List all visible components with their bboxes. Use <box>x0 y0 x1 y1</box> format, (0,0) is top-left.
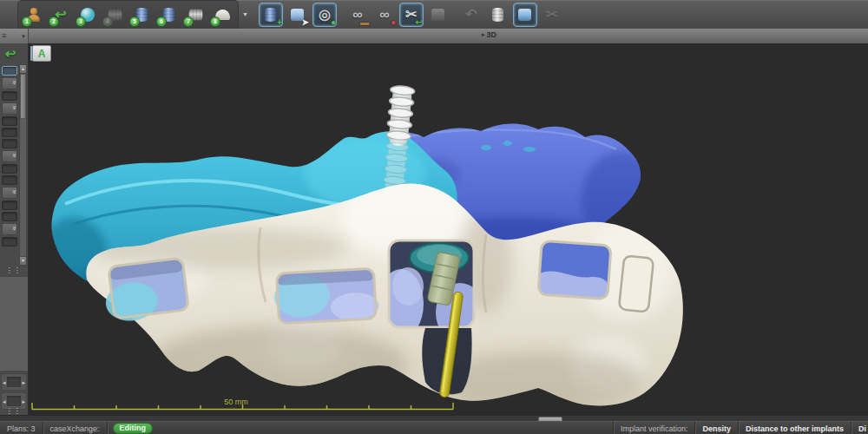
edit-tools-strip: ∞▬∞●✂↩ <box>345 3 450 27</box>
cut-surface-tool-icon[interactable]: ✂↩ <box>399 3 424 27</box>
chevron-collapse-icon: » <box>10 154 17 157</box>
3d-scene-canvas[interactable]: 50 mm <box>29 43 868 415</box>
status-left: Plans: 3caseXchange:Editing <box>0 422 158 434</box>
implant-tools-strip: +➤◎● <box>259 3 337 27</box>
spin-right-icon[interactable]: ▸ <box>22 398 25 404</box>
back-arrow-icon[interactable]: ↩ <box>1 45 20 62</box>
spinner-value-slot <box>7 377 22 387</box>
surface-scan-step-icon[interactable]: ↩2 <box>49 3 73 27</box>
block-out-tool-icon[interactable] <box>426 3 450 27</box>
sidebar-group-header[interactable]: » <box>2 223 17 235</box>
move-implant-tool-icon[interactable]: + <box>259 3 283 27</box>
sidebar-group-header[interactable]: » <box>2 150 17 162</box>
play-icon: ▸ <box>482 31 485 38</box>
scale-ruler: 50 mm <box>32 398 453 410</box>
scrollbar-thumb[interactable] <box>20 74 26 119</box>
viewport-title: ▸ 3D <box>482 30 496 39</box>
spin-right-icon[interactable]: ▸ <box>22 379 25 385</box>
distance-other-implants-button[interactable]: Distance to other implants <box>738 422 851 434</box>
main-toolbar: 1↩2345678 ▼ +➤◎● ∞▬∞●✂↩ ↶✂ <box>0 0 868 30</box>
sidebar-slot[interactable] <box>2 212 17 221</box>
implant-check-step-icon[interactable]: 6 <box>156 3 181 27</box>
drag-surface-tool-icon[interactable] <box>513 3 537 27</box>
chevron-collapse-icon: » <box>10 106 17 109</box>
implant-planning-step-icon[interactable]: 5 <box>129 3 154 27</box>
sidebar-slot[interactable] <box>2 237 17 247</box>
panel-splitter-grip[interactable]: ⋮⋮ <box>0 267 27 274</box>
sidebar-slot[interactable] <box>2 164 17 174</box>
implant-window <box>378 240 484 342</box>
select-surface-tool-icon[interactable]: ➤ <box>286 3 310 27</box>
scroll-up-button[interactable]: ▲ <box>20 65 26 74</box>
application-window: 1↩2345678 ▼ +➤◎● ∞▬∞●✂↩ ↶✂ ≡ ▼ ▸ 3D ↩ »»… <box>0 0 868 434</box>
sub-bar: ≡ ▼ ▸ 3D <box>0 29 868 43</box>
repair-surface-tool-icon[interactable]: ∞▬ <box>345 3 370 27</box>
sidebar-slot-selected[interactable] <box>2 66 17 76</box>
orientation-target-tool-icon[interactable]: ◎● <box>312 3 337 27</box>
left-sidebar: ↩ »»»»» ▲ ▼ ⋮⋮ ◂ ▸ ◂ ▸ ⋮⋮ <box>0 43 29 415</box>
patient-data-step-icon[interactable]: 1 <box>22 3 46 27</box>
chevron-down-icon[interactable]: ▼ <box>21 34 26 39</box>
casexchange-label: caseXchange: <box>43 422 107 434</box>
sidebar-slot[interactable] <box>2 91 17 101</box>
sidebar-panel-header: ≡ ▼ <box>0 29 29 43</box>
trim-tool-icon[interactable]: ✂ <box>540 3 564 27</box>
sidebar-slot[interactable] <box>2 116 17 126</box>
menu-icon[interactable]: ≡ <box>2 32 6 40</box>
sidebar-slot[interactable] <box>2 139 17 148</box>
workflow-toolbar: 1↩2345678 <box>17 0 239 30</box>
sidebar-spinner-row: ◂ ▸ <box>1 373 27 391</box>
inspect-surface-tool-icon[interactable]: ∞● <box>372 3 397 27</box>
density-button[interactable]: Density <box>694 422 738 434</box>
scale-label: 50 mm <box>224 398 248 406</box>
sidebar-group-header[interactable]: » <box>2 187 17 199</box>
registration-step-icon[interactable]: 4 <box>102 3 127 27</box>
undo-tool-icon[interactable]: ↶ <box>459 3 483 27</box>
casexchange-status-badge[interactable]: Editing <box>107 422 159 434</box>
viewport-title-label: 3D <box>487 30 497 39</box>
chevron-collapse-icon: » <box>10 227 17 230</box>
sidebar-group-header[interactable]: » <box>2 102 17 115</box>
status-bar: Plans: 3caseXchange:Editing Implant veri… <box>0 421 868 434</box>
implant-verification-label: Implant verification: <box>613 422 695 434</box>
3d-viewport[interactable]: 50 mm A <box>29 43 868 415</box>
sleeve-tool-icon[interactable] <box>486 3 510 27</box>
distance-truncated-button[interactable]: Di <box>851 422 868 434</box>
sidebar-slot[interactable] <box>2 201 17 210</box>
sleeve-selection-step-icon[interactable]: 7 <box>183 3 207 27</box>
scroll-down-button[interactable]: ▼ <box>20 256 26 265</box>
workflow-overflow-button[interactable]: ▼ <box>240 11 250 17</box>
guide-design-step-icon[interactable]: 8 <box>210 3 234 27</box>
inspection-window <box>538 240 611 299</box>
plans-count: Plans: 3 <box>0 422 43 434</box>
spin-left-icon[interactable]: ◂ <box>3 379 6 385</box>
view-tools-strip: ↶✂ <box>459 3 564 27</box>
spin-left-icon[interactable]: ◂ <box>3 398 6 404</box>
sidebar-lower-panel <box>0 276 28 372</box>
object-list: »»»»» <box>1 64 18 259</box>
sidebar-slot[interactable] <box>2 128 17 137</box>
spinner-value-slot <box>7 396 22 406</box>
inspection-window <box>273 268 380 325</box>
sidebar-group-header[interactable]: » <box>2 77 17 89</box>
status-right: Implant verification:DensityDistance to … <box>613 422 868 434</box>
sidebar-slot[interactable] <box>2 175 17 185</box>
panel-splitter-grip[interactable]: ⋮⋮ <box>0 408 27 415</box>
main-area: ↩ »»»»» ▲ ▼ ⋮⋮ ◂ ▸ ◂ ▸ ⋮⋮ <box>0 43 868 415</box>
segmentation-step-icon[interactable]: 3 <box>76 3 100 27</box>
sidebar-scrollbar[interactable]: ▲ ▼ <box>19 64 27 266</box>
orientation-indicator: A <box>32 45 51 62</box>
chevron-collapse-icon: » <box>10 190 17 194</box>
viewport-titlebar[interactable]: ▸ 3D <box>29 29 868 44</box>
chevron-collapse-icon: » <box>10 81 17 84</box>
inspection-window <box>619 255 654 312</box>
